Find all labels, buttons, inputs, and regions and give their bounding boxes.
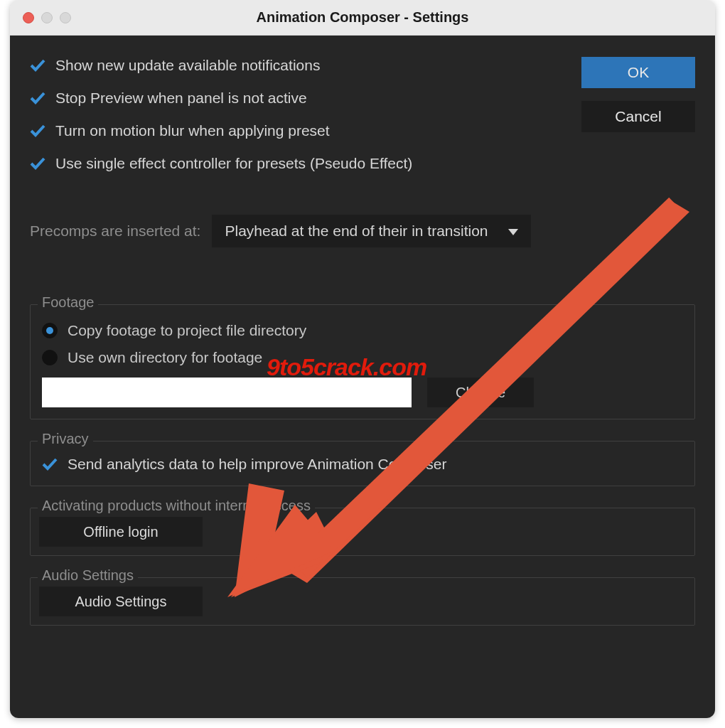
- radio-label: Use own directory for footage: [68, 349, 262, 366]
- svg-marker-0: [508, 229, 518, 235]
- privacy-legend: Privacy: [38, 431, 93, 447]
- check-analytics[interactable]: Send analytics data to help improve Anim…: [42, 456, 683, 473]
- settings-content: Show new update available notifications …: [10, 36, 715, 718]
- radio-label: Copy footage to project file directory: [68, 322, 306, 339]
- ok-label: OK: [628, 64, 649, 81]
- check-label: Show new update available notifications: [55, 57, 320, 74]
- check-label: Send analytics data to help improve Anim…: [68, 456, 446, 473]
- ok-button[interactable]: OK: [581, 57, 695, 88]
- check-update-notifications[interactable]: Show new update available notifications: [30, 57, 581, 74]
- change-label: Change: [456, 385, 505, 401]
- window-title: Animation Composer - Settings: [10, 9, 715, 26]
- footage-option-own[interactable]: Use own directory for footage: [42, 349, 683, 366]
- check-stop-preview[interactable]: Stop Preview when panel is not active: [30, 90, 581, 107]
- offline-login-label: Offline login: [83, 524, 158, 540]
- cancel-button[interactable]: Cancel: [581, 101, 695, 132]
- check-label: Turn on motion blur when applying preset: [55, 122, 330, 139]
- check-motion-blur[interactable]: Turn on motion blur when applying preset: [30, 122, 581, 139]
- settings-window: Animation Composer - Settings Show new u…: [10, 0, 715, 718]
- chevron-down-icon: [508, 223, 518, 240]
- footage-option-copy[interactable]: Copy footage to project file directory: [42, 322, 683, 339]
- precomp-dropdown[interactable]: Playhead at the end of their in transiti…: [212, 215, 530, 247]
- close-window-icon[interactable]: [23, 12, 34, 23]
- audio-legend: Audio Settings: [38, 567, 138, 584]
- precomp-row: Precomps are inserted at: Playhead at th…: [30, 215, 695, 247]
- footage-path-input[interactable]: [42, 378, 412, 407]
- checkmark-icon: [42, 456, 58, 472]
- precomp-label: Precomps are inserted at:: [30, 223, 200, 240]
- offline-login-button[interactable]: Offline login: [39, 517, 203, 547]
- cancel-label: Cancel: [615, 108, 661, 125]
- checkmark-icon: [30, 58, 45, 73]
- checkmark-icon: [30, 123, 45, 139]
- audio-settings-label: Audio Settings: [75, 594, 167, 610]
- titlebar: Animation Composer - Settings: [10, 0, 715, 36]
- radio-selected-icon: [42, 323, 58, 338]
- activating-legend: Activating products without internet acc…: [38, 498, 315, 514]
- radio-icon: [42, 350, 58, 365]
- check-pseudo-effect[interactable]: Use single effect controller for presets…: [30, 155, 581, 172]
- minimize-window-icon[interactable]: [41, 12, 53, 23]
- audio-settings-button[interactable]: Audio Settings: [39, 587, 203, 616]
- dropdown-selected: Playhead at the end of their in transiti…: [225, 223, 488, 240]
- audio-group: Audio Settings Audio Settings: [30, 577, 695, 626]
- general-checks: Show new update available notifications …: [30, 57, 581, 188]
- activating-group: Activating products without internet acc…: [30, 508, 695, 556]
- checkmark-icon: [30, 156, 45, 171]
- check-label: Use single effect controller for presets…: [55, 155, 412, 172]
- change-button[interactable]: Change: [427, 378, 534, 407]
- footage-group: Footage Copy footage to project file dir…: [30, 304, 695, 419]
- zoom-window-icon[interactable]: [60, 12, 71, 23]
- footage-legend: Footage: [38, 294, 98, 311]
- check-label: Stop Preview when panel is not active: [55, 90, 307, 107]
- checkmark-icon: [30, 90, 45, 106]
- window-controls: [10, 12, 71, 23]
- privacy-group: Privacy Send analytics data to help impr…: [30, 441, 695, 486]
